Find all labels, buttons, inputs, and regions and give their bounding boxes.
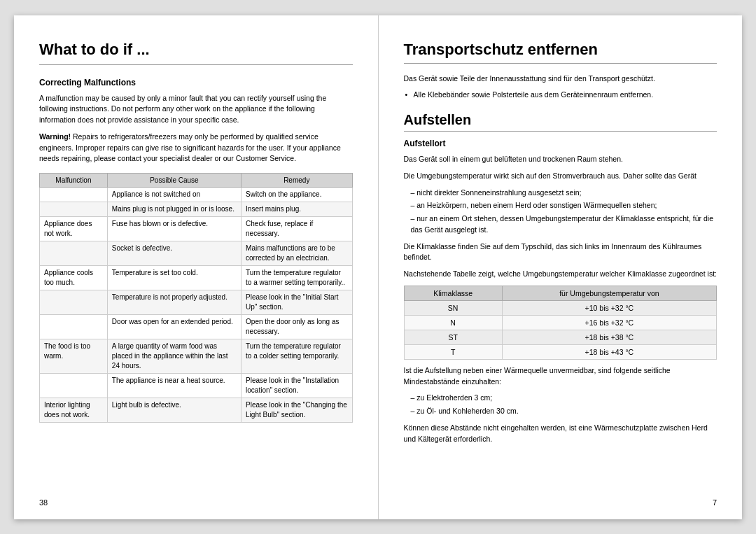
- cause-cell: Light bulb is defective.: [107, 398, 241, 423]
- table-body: Appliance is not switched on Switch on t…: [40, 188, 353, 423]
- klasse-cell: N: [404, 315, 502, 330]
- col-remedy: Remedy: [241, 174, 352, 188]
- left-page: What to do if ... Correcting Malfunction…: [14, 15, 379, 519]
- aufstellung-text: Ist die Aufstellung neben einer Wärmeque…: [404, 365, 718, 388]
- klima-col-klasse: Klimaklasse: [404, 286, 502, 300]
- temp-cell: +10 bis +32 °C: [502, 300, 716, 315]
- klimaklasse-table: Klimaklasse für Umgebungstemperatur von …: [404, 286, 718, 360]
- cause-cell: Door was open for an extended period.: [107, 315, 241, 339]
- aufstellort-heading: Aufstellort: [404, 139, 718, 148]
- klimaklasse-text2: Nachstehende Tabelle zeigt, welche Umgeb…: [404, 269, 718, 280]
- malfunction-cell: [40, 241, 108, 266]
- cause-cell: The appliance is near a heat source.: [107, 374, 241, 398]
- table-row: Appliance is not switched on Switch on t…: [40, 188, 353, 202]
- aufstellort-intro: Das Gerät soll in einem gut belüfteten u…: [404, 154, 718, 165]
- klima-row: T +18 bis +43 °C: [404, 344, 717, 359]
- remedy-cell: Open the door only as long as necessary.: [241, 315, 352, 339]
- malfunction-cell: Appliance does not work.: [40, 217, 108, 241]
- klima-row: SN +10 bis +32 °C: [404, 300, 717, 315]
- left-page-title: What to do if ...: [39, 41, 353, 65]
- cause-cell: Socket is defective.: [107, 241, 241, 266]
- remedy-cell: Turn the temperature regulator to a warm…: [241, 266, 352, 290]
- table-row: Mains plug is not plugged in or is loose…: [40, 202, 353, 217]
- temp-cell: +18 bis +43 °C: [502, 344, 716, 359]
- col-cause: Possible Cause: [107, 174, 241, 188]
- klimaklasse-text1: Die Klimaklasse finden Sie auf dem Typsc…: [404, 241, 718, 264]
- remedy-cell: Mains malfunctions are to be corrected b…: [241, 241, 352, 266]
- cause-cell: Appliance is not switched on: [107, 188, 241, 202]
- malfunction-cell: Interior lighting does not work.: [40, 398, 108, 423]
- remedy-cell: Turn the temperature regulator to a cold…: [241, 339, 352, 374]
- table-row: Door was open for an extended period. Op…: [40, 315, 353, 339]
- temp-cell: +16 bis +32 °C: [502, 315, 716, 330]
- malfunction-cell: The food is too warm.: [40, 339, 108, 374]
- klima-row: N +16 bis +32 °C: [404, 315, 717, 330]
- cause-cell: Mains plug is not plugged in or is loose…: [107, 202, 241, 217]
- malfunction-cell: [40, 315, 108, 339]
- remedy-cell: Check fuse, replace if necessary.: [241, 217, 352, 241]
- table-row: The appliance is near a heat source. Ple…: [40, 374, 353, 398]
- final-text: Können diese Abstände nicht eingehalten …: [404, 423, 718, 445]
- right-page: Transportschutz entfernen Das Gerät sowi…: [379, 15, 743, 519]
- malfunction-cell: Appliance cools too much.: [40, 266, 108, 290]
- aufstellort-text1: Die Umgebungstemperatur wirkt sich auf d…: [404, 171, 718, 182]
- table-row: Temperature is not properly adjusted. Pl…: [40, 290, 353, 315]
- klasse-cell: SN: [404, 300, 502, 315]
- transport-bullet-1: Alle Klebebänder sowie Polsterteile aus …: [404, 90, 718, 101]
- klasse-cell: ST: [404, 330, 502, 344]
- malfunction-table: Malfunction Possible Cause Remedy Applia…: [39, 173, 353, 423]
- transport-text: Das Gerät sowie Teile der Innenausstattu…: [404, 73, 718, 85]
- table-row: Interior lighting does not work. Light b…: [40, 398, 353, 423]
- table-row: Socket is defective. Mains malfunctions …: [40, 241, 353, 266]
- correcting-malfunctions-heading: Correcting Malfunctions: [39, 78, 353, 87]
- dash-item-1: – nicht direkter Sonneneinstrahlung ausg…: [404, 188, 718, 199]
- table-row: Appliance does not work. Fuse has blown …: [40, 217, 353, 241]
- table-row: Appliance cools too much. Temperature is…: [40, 266, 353, 290]
- klasse-cell: T: [404, 344, 502, 359]
- warning-label: Warning!: [39, 132, 71, 141]
- remedy-cell: Switch on the appliance.: [241, 188, 352, 202]
- intro-paragraph: A malfunction may be caused by only a mi…: [39, 93, 353, 126]
- cause-cell: Fuse has blown or is defective.: [107, 217, 241, 241]
- page-number-right: 7: [713, 498, 717, 507]
- warning-paragraph: Warning! Repairs to refrigerators/freeze…: [39, 132, 353, 164]
- cause-cell: A large quantity of warm food was placed…: [107, 339, 241, 374]
- transport-title: Transportschutz entfernen: [404, 41, 718, 64]
- klima-row: ST +18 bis +38 °C: [404, 330, 717, 344]
- col-malfunction: Malfunction: [40, 174, 108, 188]
- aufstellen-title: Aufstellen: [404, 112, 718, 132]
- remedy-cell: Please look in the "Initial Start Up" se…: [241, 290, 352, 315]
- malfunction-cell: [40, 290, 108, 315]
- klima-col-temp: für Umgebungstemperatur von: [502, 286, 716, 300]
- warning-text: Repairs to refrigerators/freezers may on…: [39, 132, 341, 163]
- aufstellung-dash-2: – zu Öl- und Kohleherden 30 cm.: [404, 406, 718, 417]
- dash-item-2: – an Heizkörpern, neben einem Herd oder …: [404, 200, 718, 211]
- cause-cell: Temperature is not properly adjusted.: [107, 290, 241, 315]
- table-row: The food is too warm. A large quantity o…: [40, 339, 353, 374]
- page-number-left: 38: [39, 498, 48, 507]
- malfunction-cell: [40, 374, 108, 398]
- dash-item-3: – nur an einem Ort stehen, dessen Umgebu…: [404, 213, 718, 236]
- transport-section: Das Gerät sowie Teile der Innenausstattu…: [404, 73, 718, 101]
- temp-cell: +18 bis +38 °C: [502, 330, 716, 344]
- cause-cell: Temperature is set too cold.: [107, 266, 241, 290]
- remedy-cell: Please look in the "Changing the Light B…: [241, 398, 352, 423]
- remedy-cell: Please look in the "Installation locatio…: [241, 374, 352, 398]
- malfunction-cell: [40, 188, 108, 202]
- aufstellung-dash-1: – zu Elektroherden 3 cm;: [404, 393, 718, 404]
- malfunction-cell: [40, 202, 108, 217]
- remedy-cell: Insert mains plug.: [241, 202, 352, 217]
